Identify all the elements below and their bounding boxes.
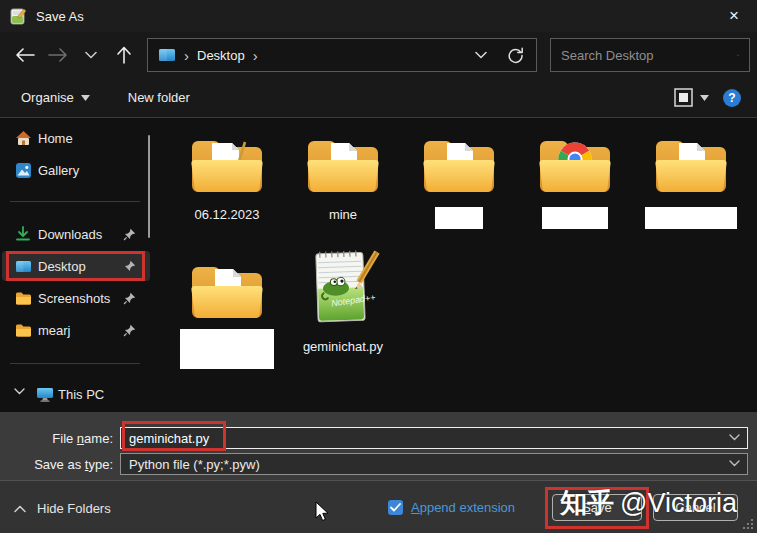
chevron-down-icon[interactable] [729,460,740,467]
folder-icon [652,126,730,198]
desktop-icon [158,48,176,62]
sidebar-divider [10,201,140,202]
sidebar-divider [10,363,140,364]
file-label: mine [329,207,357,222]
sidebar-item-label: mearj [38,323,71,338]
up-button[interactable] [111,42,137,68]
breadcrumb-separator[interactable]: › [253,47,258,64]
recent-locations-chevron[interactable] [78,42,104,68]
pin-icon [123,260,136,273]
chevron-up-icon [14,505,26,513]
folder-icon [188,126,266,198]
folder-chrome-icon [536,126,614,198]
hide-folders-label: Hide Folders [37,501,111,516]
downloads-icon [14,225,32,243]
save-as-dialog: Save As × › Desktop › [0,0,757,533]
notepadpp-app-icon [10,8,27,25]
sidebar-item-mearj[interactable]: mearj [2,315,150,345]
file-tile[interactable]: 06.12.2023 [169,126,285,222]
folder-icon [14,289,32,307]
sidebar-item-screenshots[interactable]: Screenshots [2,283,150,313]
pin-icon [123,292,136,305]
sidebar-item-downloads[interactable]: Downloads [2,219,150,249]
command-bar: Organise New folder ? [0,78,757,118]
file-tile[interactable] [633,126,749,229]
append-extension-label: Append extension [411,500,515,515]
file-list: 06.12.2023 mine [155,118,757,412]
breadcrumb-separator: › [184,47,189,64]
gallery-icon [14,161,32,179]
sidebar-item-home[interactable]: Home [2,123,150,153]
sidebar-item-label: Desktop [38,259,86,274]
sidebar-item-gallery[interactable]: Gallery [2,155,150,185]
footer-bar: Hide Folders Append extension Save Cance… [0,480,757,533]
window-title: Save As [36,9,84,24]
back-button[interactable] [12,42,38,68]
sidebar-item-label: Home [38,131,73,146]
file-name-field[interactable] [120,427,748,449]
save-as-type-select[interactable]: Python file (*.py;*.pyw) [120,453,748,475]
hide-folders-button[interactable]: Hide Folders [14,501,111,516]
file-tile[interactable] [517,126,633,229]
sidebar: Home Gallery Downloads Desk [0,118,155,412]
sidebar-item-label: Downloads [38,227,102,242]
sidebar-item-this-pc[interactable]: This PC [2,379,150,409]
save-as-type-label: Save as type: [0,457,120,472]
sidebar-scrollbar[interactable] [148,135,150,238]
refresh-icon[interactable] [507,47,524,64]
file-name-input[interactable] [129,431,721,446]
thumbnail-view-icon [674,88,693,107]
chevron-down-icon [700,95,709,101]
save-as-type-value: Python file (*.py;*.pyw) [129,457,260,472]
search-box[interactable] [550,38,750,72]
breadcrumb-location[interactable]: Desktop [197,48,245,63]
title-bar: Save As × [0,0,757,32]
chevron-down-icon[interactable] [14,388,25,395]
new-folder-button[interactable]: New folder [128,90,190,105]
file-tile[interactable] [169,252,285,369]
home-icon [14,129,32,147]
folder-icon [304,126,382,198]
notepadpp-file-icon: Notepad++ [303,248,383,330]
folder-icon [14,321,32,339]
redaction-box [435,207,483,229]
file-label: geminichat.py [303,339,383,354]
address-bar[interactable]: › Desktop › [147,38,537,72]
file-tile[interactable] [401,126,517,229]
desktop-icon [14,257,32,275]
sidebar-item-label: This PC [58,387,104,402]
file-tile-geminichat[interactable]: Notepad++ geminichat.py [285,248,401,354]
pin-icon [123,324,136,337]
organise-label: Organise [21,90,74,105]
sidebar-item-label: Gallery [38,163,79,178]
this-pc-icon [36,385,54,403]
view-mode-button[interactable] [674,88,709,107]
close-button[interactable]: × [711,0,757,32]
check-icon [390,503,401,512]
address-dropdown-chevron[interactable] [475,51,487,59]
navigation-bar: › Desktop › [0,32,757,78]
dialog-body: Home Gallery Downloads Desk [0,118,757,412]
save-button[interactable]: Save [552,494,642,521]
file-tile[interactable]: mine [285,126,401,222]
chevron-down-icon [81,95,90,101]
sidebar-item-desktop[interactable]: Desktop [2,251,150,281]
file-label: 06.12.2023 [194,207,259,222]
append-extension-group[interactable]: Append extension [388,500,515,515]
help-button[interactable]: ? [723,89,741,107]
cancel-button[interactable]: Cancel [653,494,738,521]
pin-icon [123,228,136,241]
new-folder-label: New folder [128,90,190,105]
search-input[interactable] [561,48,737,63]
forward-button[interactable] [45,42,71,68]
sidebar-item-label: Screenshots [38,291,110,306]
fields-panel: File name: Save as type: Python file (*.… [0,412,757,480]
chevron-down-icon[interactable] [729,434,740,441]
file-name-label: File name: [0,431,120,446]
redaction-box [645,207,737,229]
resize-grip[interactable] [743,519,753,529]
redaction-box [542,207,608,229]
append-extension-checkbox[interactable] [388,500,403,515]
organise-button[interactable]: Organise [21,90,90,105]
folder-icon [188,252,266,324]
